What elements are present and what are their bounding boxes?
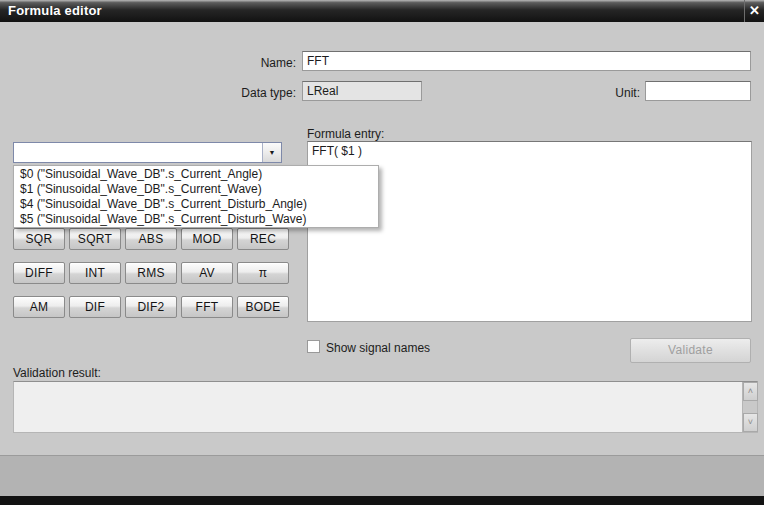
show-signal-names-checkbox[interactable] — [307, 340, 320, 353]
name-label: Name: — [180, 56, 296, 70]
close-icon[interactable]: ✕ — [744, 0, 764, 22]
fn-button-abs[interactable]: ABS — [125, 228, 177, 250]
name-input[interactable] — [302, 51, 751, 71]
fn-button-bode[interactable]: BODE — [237, 296, 289, 318]
bottom-edge — [0, 496, 764, 505]
fn-button-dif[interactable]: DIF — [69, 296, 121, 318]
scroll-up-icon[interactable]: ˄ — [743, 382, 758, 401]
signal-combobox[interactable]: ▼ — [13, 142, 282, 163]
dropdown-item-3[interactable]: $5 ("Sinusoidal_Wave_DB".s_Current_Distu… — [14, 212, 378, 227]
validation-scrollbar[interactable]: ˄ ˅ — [742, 382, 757, 432]
dialog-title: Formula editor — [8, 0, 102, 22]
scroll-down-icon[interactable]: ˅ — [743, 413, 758, 432]
fn-button-sqr[interactable]: SQR — [13, 228, 65, 250]
fn-button-rms[interactable]: RMS — [125, 262, 177, 284]
title-bar: Formula editor ✕ — [0, 0, 764, 22]
fn-button-av[interactable]: AV — [181, 262, 233, 284]
chevron-down-icon[interactable]: ▼ — [262, 143, 281, 162]
footer-bar: OK Cancel — [0, 455, 764, 496]
unit-label: Unit: — [560, 86, 640, 100]
fn-button-diff[interactable]: DIFF — [13, 262, 65, 284]
fn-button-pi[interactable]: π — [237, 262, 289, 284]
dropdown-item-1[interactable]: $1 ("Sinusoidal_Wave_DB".s_Current_Wave) — [14, 182, 378, 197]
validate-button[interactable]: Validate — [630, 338, 751, 363]
formula-editor-dialog: Formula editor ✕ Name: Data type: LReal … — [0, 0, 764, 505]
fn-button-dif2[interactable]: DIF2 — [125, 296, 177, 318]
formula-entry-label: Formula entry: — [307, 127, 384, 141]
fn-button-int[interactable]: INT — [69, 262, 121, 284]
signal-combo-input[interactable] — [14, 143, 262, 162]
fn-button-sqrt[interactable]: SQRT — [69, 228, 121, 250]
data-type-label: Data type: — [180, 86, 296, 100]
signal-dropdown-list: $0 ("Sinusoidal_Wave_DB".s_Current_Angle… — [13, 165, 379, 228]
dropdown-item-0[interactable]: $0 ("Sinusoidal_Wave_DB".s_Current_Angle… — [14, 167, 378, 182]
fn-button-rec[interactable]: REC — [237, 228, 289, 250]
fn-button-fft[interactable]: FFT — [181, 296, 233, 318]
fn-button-mod[interactable]: MOD — [181, 228, 233, 250]
unit-input[interactable] — [645, 81, 751, 101]
fn-button-am[interactable]: AM — [13, 296, 65, 318]
dropdown-item-2[interactable]: $4 ("Sinusoidal_Wave_DB".s_Current_Distu… — [14, 197, 378, 212]
show-signal-names-label: Show signal names — [326, 341, 430, 355]
validation-result-label: Validation result: — [13, 366, 101, 380]
validation-result-box: ˄ ˅ — [13, 381, 758, 433]
data-type-field: LReal — [302, 81, 422, 101]
